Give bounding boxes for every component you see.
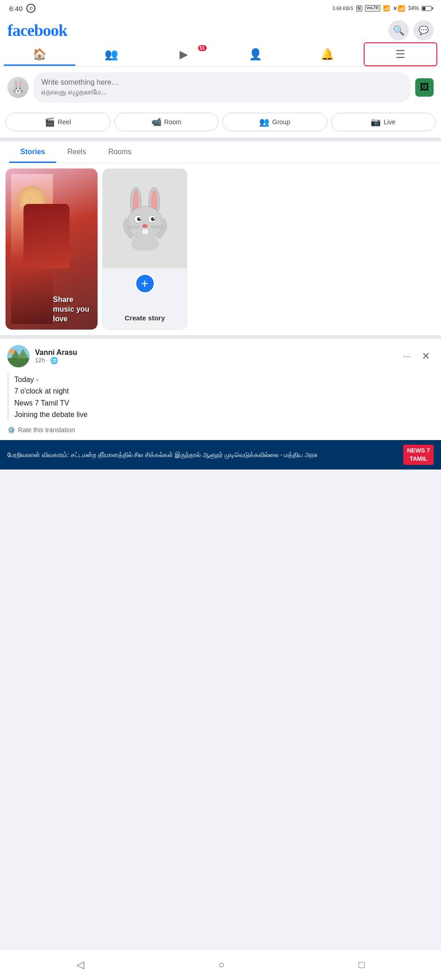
reel-button[interactable]: 🎬 Reel: [6, 113, 110, 131]
nav-watch[interactable]: ▶ 51: [148, 43, 220, 65]
nav-notifications[interactable]: 🔔: [291, 43, 363, 65]
tab-stories[interactable]: Stories: [9, 141, 56, 162]
svg-rect-20: [7, 358, 29, 367]
user-avatar: 🐰: [7, 77, 29, 98]
gear-icon: ⚙️: [7, 426, 15, 434]
svg-point-11: [142, 224, 148, 228]
post-input[interactable]: Write something here… ஏதாவது எழுதலாமே...: [33, 72, 411, 103]
post-content: Today - 7 o'clock at night News 7 Tamil …: [7, 374, 434, 421]
tab-rooms[interactable]: Rooms: [97, 141, 143, 162]
bugs-bunny-image: [117, 186, 173, 250]
post-box: 🐰 Write something here… ஏதாவது எழுதலாமே.…: [0, 67, 441, 108]
post-placeholder-line1: Write something here…: [41, 78, 119, 86]
news7-logo-line2: TAMIL: [410, 455, 428, 462]
action-buttons: 🎬 Reel 📹 Room 👥 Group 📷 Live: [0, 108, 441, 141]
main-story-card[interactable]: Share music you love: [6, 168, 98, 330]
stories-tabs: Stories Reels Rooms: [0, 141, 441, 163]
nav-profile[interactable]: 👤: [220, 43, 291, 65]
watch-icon: ▶: [180, 48, 188, 61]
rate-translation[interactable]: ⚙️ Rate this translation: [7, 426, 434, 434]
post-author-info: Vanni Arasu 12h · 🌐: [35, 348, 77, 364]
svg-point-18: [131, 235, 159, 250]
menu-icon: ☰: [395, 48, 406, 61]
post-more-button[interactable]: ···: [399, 348, 414, 364]
messenger-button[interactable]: 💬: [413, 20, 434, 41]
post-close-button[interactable]: ✕: [418, 348, 434, 364]
group-label: Group: [272, 118, 290, 126]
post-card: Vanni Arasu 12h · 🌐 ··· ✕ Today - 7 o'cl…: [0, 339, 441, 470]
nav-friends[interactable]: 👥: [75, 43, 147, 65]
recents-button[interactable]: □: [349, 955, 374, 974]
post-header-left: Vanni Arasu 12h · 🌐: [7, 345, 77, 367]
messenger-icon: 💬: [418, 25, 429, 35]
bell-icon: 🔔: [320, 48, 334, 61]
news-banner-text: பேரறிவாளன் விவகாரம்: சட்டமன்ற தீர்மானத்த…: [7, 450, 399, 460]
section-divider: [0, 335, 441, 339]
svg-point-23: [9, 349, 15, 354]
svg-point-9: [139, 218, 140, 219]
story-main-label: Share music you love: [53, 296, 89, 323]
nav-home[interactable]: 🏠: [4, 43, 75, 65]
post-avatar-image: [7, 345, 29, 367]
stories-grid: Share music you love: [0, 163, 441, 335]
create-story-label: Create story: [103, 314, 187, 322]
reels-tab-label: Reels: [67, 148, 86, 156]
post-placeholder-line2: ஏதாவது எழுதலாமே...: [41, 88, 107, 96]
post-author-avatar[interactable]: [7, 345, 29, 367]
friends-icon: 👥: [104, 48, 118, 61]
volte-badge: VoLTE: [365, 5, 380, 12]
home-button[interactable]: ○: [209, 955, 233, 974]
wifi-icon: 📶: [383, 5, 390, 12]
post-header: Vanni Arasu 12h · 🌐 ··· ✕: [0, 339, 441, 372]
live-icon: 📷: [371, 117, 381, 127]
post-separator: ·: [47, 357, 49, 364]
room-button[interactable]: 📹 Room: [114, 113, 219, 131]
home-icon: 🏠: [33, 48, 46, 61]
recents-icon: □: [359, 959, 365, 970]
facebook-logo: facebook: [7, 21, 67, 40]
watch-badge: 51: [198, 45, 207, 51]
news7-logo: NEWS 7 TAMIL: [403, 445, 434, 465]
post-body: Today - 7 o'clock at night News 7 Tamil …: [0, 372, 441, 440]
avatar-image: 🐰: [7, 77, 29, 98]
status-bar: 6:40 ✆ 0.68 KB/S N VoLTE 📶 ✕📶 34%: [0, 0, 441, 17]
group-button[interactable]: 👥 Group: [222, 113, 327, 131]
nfc-icon: N: [356, 6, 362, 12]
photo-icon: 🖼: [420, 82, 429, 93]
tab-reels[interactable]: Reels: [56, 141, 97, 162]
reel-label: Reel: [58, 118, 71, 126]
create-story-avatar: [103, 169, 187, 268]
battery-icon: [422, 6, 432, 11]
back-icon: ◁: [76, 959, 84, 970]
post-time: 12h: [35, 357, 45, 364]
header-icons: 🔍 💬: [389, 20, 434, 41]
network-speed: 0.68 KB/S: [333, 6, 354, 11]
post-author-name: Vanni Arasu: [35, 348, 77, 357]
story-text: Share music you love: [53, 295, 92, 324]
nav-bar: 🏠 👥 ▶ 51 👤 🔔 ☰: [0, 42, 441, 67]
app-header: facebook 🔍 💬: [0, 17, 441, 42]
room-label: Room: [164, 118, 181, 126]
reel-icon: 🎬: [45, 117, 55, 127]
back-button[interactable]: ◁: [67, 955, 93, 974]
rate-translation-label: Rate this translation: [18, 426, 75, 434]
search-icon: 🔍: [393, 25, 405, 36]
battery-text: 34%: [408, 5, 419, 12]
globe-icon: 🌐: [50, 357, 58, 364]
status-right: 0.68 KB/S N VoLTE 📶 ✕📶 34%: [333, 5, 432, 12]
svg-rect-12: [143, 229, 145, 234]
svg-rect-13: [145, 229, 148, 234]
search-button[interactable]: 🔍: [389, 20, 409, 41]
whatsapp-icon: ✆: [26, 4, 35, 13]
news-banner[interactable]: பேரறிவாளன் விவகாரம்: சட்டமன்ற தீர்மானத்த…: [0, 440, 441, 470]
post-line-1: Today -: [14, 376, 38, 383]
live-label: Live: [383, 118, 395, 126]
create-story-card[interactable]: + Create story: [102, 168, 187, 330]
create-story-plus[interactable]: +: [135, 273, 155, 294]
nav-menu[interactable]: ☰: [364, 42, 437, 66]
live-button[interactable]: 📷 Live: [331, 113, 436, 131]
stories-tab-label: Stories: [20, 148, 45, 156]
post-line-4: Joining the debate live: [14, 411, 87, 418]
photo-button[interactable]: 🖼: [415, 78, 434, 97]
news7-logo-line1: NEWS 7: [407, 447, 430, 454]
